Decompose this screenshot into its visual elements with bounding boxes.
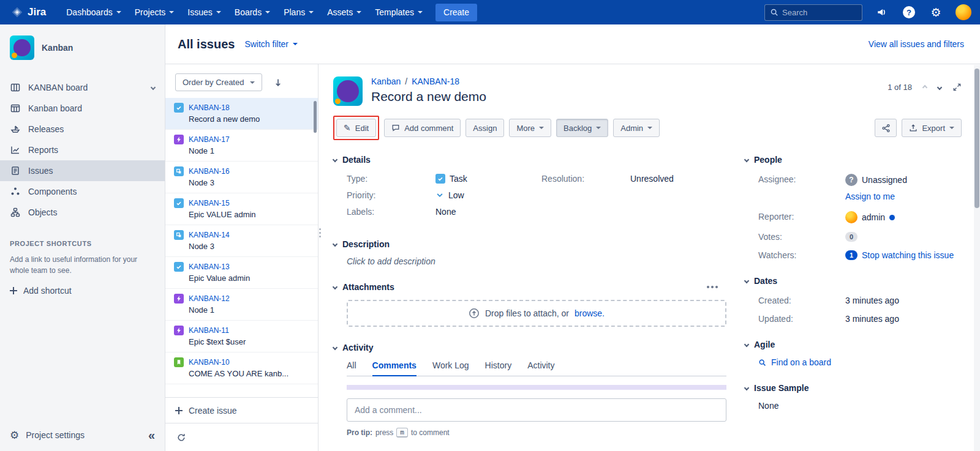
issue-key-link[interactable]: KANBAN-16: [189, 167, 230, 176]
assign-button[interactable]: Assign: [466, 119, 504, 137]
tab-activity[interactable]: Activity: [527, 360, 554, 376]
nav-plans[interactable]: Plans: [277, 0, 320, 24]
admin-dropdown[interactable]: Admin: [613, 119, 660, 137]
list-scrollbar-thumb[interactable]: [314, 101, 317, 133]
issue-list-item[interactable]: KANBAN-16 Node 3: [165, 162, 318, 193]
page-scrollbar-thumb[interactable]: [974, 69, 979, 208]
help-icon[interactable]: ?: [902, 5, 916, 20]
issue-key-link[interactable]: KANBAN-15: [189, 199, 230, 207]
chevron-down-icon[interactable]: [333, 242, 337, 247]
chevron-down-icon[interactable]: [744, 157, 749, 162]
chevron-down-icon[interactable]: [744, 386, 749, 390]
share-button[interactable]: [875, 119, 897, 137]
more-dropdown[interactable]: More: [509, 119, 551, 137]
issue-key-link[interactable]: KANBAN-10: [189, 358, 230, 367]
issue-list-item[interactable]: KANBAN-18 Record a new demo: [165, 98, 318, 130]
issue-list-item[interactable]: KANBAN-17 Node 1: [165, 130, 318, 162]
nav-assets[interactable]: Assets: [320, 0, 368, 24]
tab-work-log[interactable]: Work Log: [432, 360, 469, 376]
breadcrumb-issue-link[interactable]: KANBAN-18: [412, 76, 459, 86]
search-input[interactable]: [782, 8, 857, 17]
issue-key-link[interactable]: KANBAN-11: [189, 326, 229, 335]
sidebar-item-reports[interactable]: Reports: [0, 140, 165, 160]
chevron-down-icon[interactable]: [333, 157, 337, 162]
nav-issues[interactable]: Issues: [181, 0, 227, 24]
issue-list-item[interactable]: KANBAN-13 Epic Value admin: [165, 257, 318, 289]
tab-history[interactable]: History: [485, 360, 512, 376]
issue-list-item[interactable]: KANBAN-12 Node 1: [165, 289, 318, 321]
issue-list-item[interactable]: KANBAN-14 Node 3: [165, 225, 318, 257]
browse-link[interactable]: browse.: [575, 308, 605, 318]
refresh-icon[interactable]: [176, 433, 186, 442]
comment-box[interactable]: [347, 398, 726, 422]
create-button[interactable]: Create: [435, 4, 477, 21]
add-shortcut-button[interactable]: Add shortcut: [10, 286, 155, 296]
section-title[interactable]: Activity: [342, 343, 374, 352]
collapse-sidebar-icon[interactable]: «: [148, 429, 155, 441]
votes-badge[interactable]: 0: [845, 232, 858, 242]
export-dropdown[interactable]: Export: [902, 119, 962, 137]
sidebar-item-kanban-board[interactable]: Kanban board: [0, 98, 165, 119]
global-search[interactable]: [764, 4, 862, 21]
nav-boards[interactable]: Boards: [228, 0, 277, 24]
section-title[interactable]: Description: [342, 239, 390, 249]
project-settings-button[interactable]: Project settings: [26, 430, 85, 440]
previous-issue-icon[interactable]: [922, 84, 927, 89]
issue-key-link[interactable]: KANBAN-13: [189, 263, 230, 271]
issue-key-link[interactable]: KANBAN-18: [189, 103, 230, 112]
breadcrumb-project-link[interactable]: Kanban: [371, 76, 401, 86]
sidebar-item-kanban-board-selector[interactable]: KANBAN board: [0, 77, 165, 98]
issue-list-item[interactable]: KANBAN-15 Epic VALUE admin: [165, 193, 318, 225]
user-avatar[interactable]: [956, 4, 971, 20]
switch-filter-dropdown[interactable]: Switch filter: [244, 39, 298, 49]
order-by-dropdown[interactable]: Order by Created: [175, 73, 262, 91]
chevron-down-icon[interactable]: [333, 285, 337, 289]
chevron-down-icon[interactable]: [744, 342, 749, 347]
page-scrollbar[interactable]: [974, 65, 980, 451]
comment-input[interactable]: [355, 405, 718, 415]
issue-list-item[interactable]: KANBAN-10 COME AS YOU ARE kanb...: [165, 352, 318, 384]
issue-list-item[interactable]: KANBAN-11 Epic $text $user: [165, 321, 318, 352]
add-comment-button[interactable]: Add comment: [384, 119, 461, 137]
more-icon[interactable]: [707, 286, 718, 288]
announcements-icon[interactable]: [875, 5, 889, 20]
project-header: Kanban: [0, 24, 165, 65]
sidebar-item-objects[interactable]: Objects: [0, 202, 165, 223]
issue-key-link[interactable]: KANBAN-14: [189, 231, 230, 239]
sidebar-item-components[interactable]: Components: [0, 181, 165, 202]
tab-comments[interactable]: Comments: [372, 360, 417, 376]
description-placeholder[interactable]: Click to add description: [347, 256, 726, 266]
sidebar-item-releases[interactable]: Releases: [0, 119, 165, 140]
watchers-badge[interactable]: 1: [845, 250, 858, 260]
next-issue-icon[interactable]: [937, 84, 942, 89]
sidebar-item-issues[interactable]: Issues: [0, 160, 165, 181]
sort-direction-icon[interactable]: [273, 78, 283, 88]
stop-watching-link[interactable]: Stop watching this issue: [862, 250, 954, 260]
chevron-down-icon[interactable]: [333, 345, 337, 350]
expand-icon[interactable]: [952, 83, 962, 92]
nav-templates[interactable]: Templates: [368, 0, 429, 24]
settings-gear-icon[interactable]: ⚙: [929, 5, 943, 20]
reporter-value[interactable]: admin: [862, 212, 885, 222]
section-title[interactable]: Details: [342, 155, 371, 165]
nav-dashboards[interactable]: Dashboards: [59, 0, 128, 24]
find-on-board-link[interactable]: Find on a board: [771, 357, 831, 367]
attachment-dropzone[interactable]: Drop files to attach, or browse.: [347, 300, 726, 327]
issue-key-link[interactable]: KANBAN-12: [189, 294, 230, 303]
edit-button[interactable]: ✎ Edit: [336, 119, 376, 137]
panel-resize-handle[interactable]: [318, 228, 322, 244]
jira-logo[interactable]: Jira: [11, 6, 46, 18]
issue-key-link[interactable]: KANBAN-17: [189, 135, 230, 144]
backlog-dropdown[interactable]: Backlog: [556, 119, 608, 137]
section-title[interactable]: People: [754, 155, 782, 165]
nav-projects[interactable]: Projects: [128, 0, 181, 24]
section-title[interactable]: Issue Sample: [754, 383, 809, 393]
chevron-down-icon[interactable]: [744, 278, 749, 283]
section-title[interactable]: Dates: [754, 276, 777, 286]
section-title[interactable]: Agile: [754, 340, 775, 349]
assign-to-me-link[interactable]: Assign to me: [845, 192, 895, 201]
view-all-issues-link[interactable]: View all issues and filters: [869, 39, 964, 49]
create-issue-button[interactable]: Create issue: [165, 397, 318, 423]
tab-all[interactable]: All: [347, 360, 356, 376]
section-title[interactable]: Attachments: [342, 282, 394, 292]
